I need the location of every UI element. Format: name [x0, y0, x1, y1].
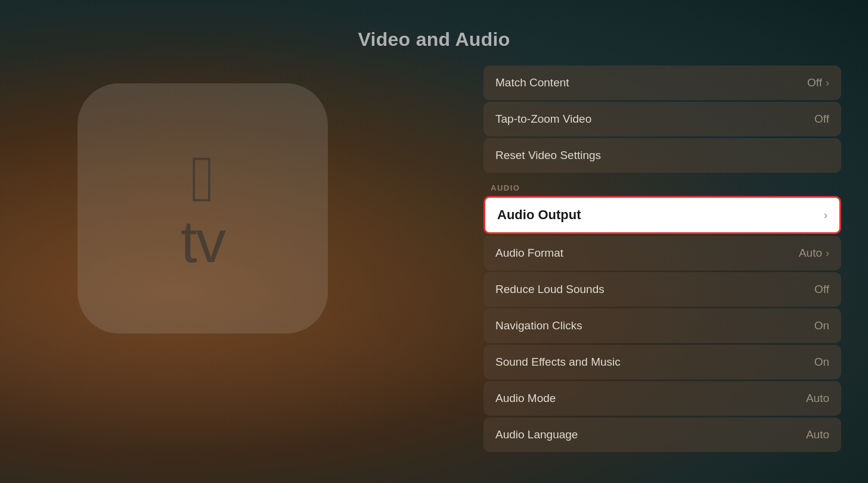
- match-content-label: Match Content: [495, 76, 569, 89]
- audio-output-right: ›: [824, 209, 827, 222]
- audio-output-label: Audio Output: [497, 207, 581, 223]
- reduce-loud-label: Reduce Loud Sounds: [495, 283, 604, 296]
- audio-format-row[interactable]: Audio Format Auto ›: [483, 236, 841, 270]
- reduce-loud-value: Off: [814, 283, 829, 296]
- audio-output-row[interactable]: Audio Output ›: [483, 196, 841, 234]
- nav-clicks-row[interactable]: Navigation Clicks On: [483, 309, 841, 343]
- tap-to-zoom-row[interactable]: Tap-to-Zoom Video Off: [483, 102, 841, 136]
- sound-effects-value: On: [814, 356, 829, 369]
- sound-effects-right: On: [814, 356, 829, 369]
- audio-mode-value: Auto: [806, 392, 829, 405]
- audio-mode-row[interactable]: Audio Mode Auto: [483, 381, 841, 416]
- video-settings-group: Match Content Off › Tap-to-Zoom Video Of…: [483, 66, 841, 173]
- reset-video-label: Reset Video Settings: [495, 149, 601, 162]
- sound-effects-label: Sound Effects and Music: [495, 356, 621, 369]
- match-content-row[interactable]: Match Content Off ›: [483, 66, 841, 100]
- reduce-loud-right: Off: [814, 283, 829, 296]
- page-title: Video and Audio: [0, 29, 868, 51]
- match-content-right: Off ›: [807, 76, 829, 89]
- tap-to-zoom-value: Off: [814, 113, 829, 126]
- audio-format-value: Auto: [799, 247, 822, 260]
- match-content-chevron: ›: [826, 77, 829, 89]
- settings-panel: Match Content Off › Tap-to-Zoom Video Of…: [483, 66, 841, 454]
- nav-clicks-label: Navigation Clicks: [495, 319, 582, 332]
- audio-settings-group: Audio Output › Audio Format Auto › Reduc…: [483, 196, 841, 452]
- audio-language-label: Audio Language: [495, 428, 578, 441]
- audio-format-chevron: ›: [826, 247, 829, 260]
- audio-format-right: Auto ›: [799, 247, 829, 260]
- logo-box:  tv: [78, 83, 328, 334]
- audio-mode-right: Auto: [806, 392, 829, 405]
- nav-clicks-value: On: [814, 319, 829, 332]
- audio-mode-label: Audio Mode: [495, 392, 556, 405]
- apple-icon: : [191, 146, 215, 211]
- audio-section-label: AUDIO: [483, 183, 841, 192]
- reset-video-row[interactable]: Reset Video Settings: [483, 138, 841, 173]
- apple-tv-logo:  tv: [78, 83, 334, 339]
- audio-format-label: Audio Format: [495, 247, 563, 260]
- reduce-loud-row[interactable]: Reduce Loud Sounds Off: [483, 272, 841, 307]
- sound-effects-row[interactable]: Sound Effects and Music On: [483, 345, 841, 379]
- tap-to-zoom-right: Off: [814, 113, 829, 126]
- tap-to-zoom-label: Tap-to-Zoom Video: [495, 113, 591, 126]
- audio-language-row[interactable]: Audio Language Auto: [483, 417, 841, 452]
- nav-clicks-right: On: [814, 319, 829, 332]
- tv-logo-text: tv: [181, 211, 225, 271]
- audio-language-value: Auto: [806, 428, 829, 441]
- audio-output-chevron: ›: [824, 209, 827, 222]
- match-content-value: Off: [807, 76, 822, 89]
- audio-language-right: Auto: [806, 428, 829, 441]
